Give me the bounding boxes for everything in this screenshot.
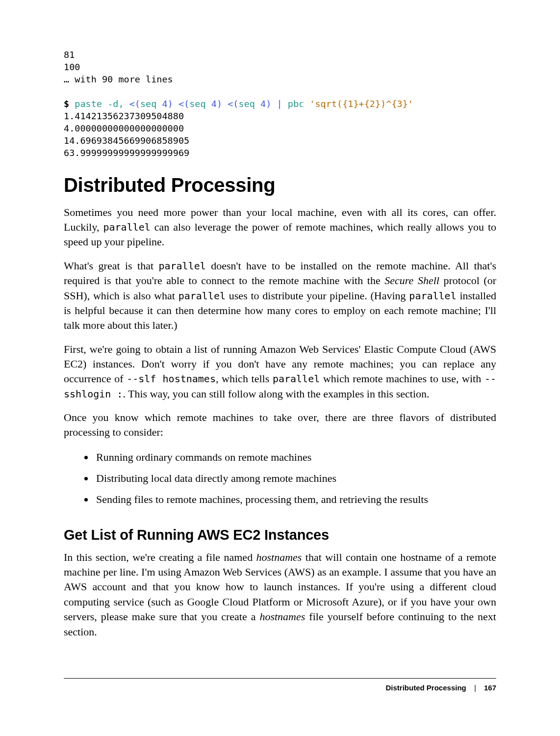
emphasis: hostnames	[259, 610, 305, 623]
cmd-paste: paste	[75, 99, 102, 109]
body-paragraph: In this section, we're creating a file n…	[64, 550, 496, 639]
code-line: … with 90 more lines	[64, 74, 173, 84]
cmd-arg: 4)	[162, 99, 173, 109]
footer-page-number: 167	[484, 683, 496, 692]
inline-code: parallel	[409, 290, 456, 302]
code-output: 4.00000000000000000000	[64, 123, 184, 133]
cmd-arg: 4)	[211, 99, 222, 109]
list-item: Sending files to remote machines, proces…	[94, 491, 496, 507]
code-output: 14.69693845669906858905	[64, 135, 189, 146]
subsection-heading: Get List of Running AWS EC2 Instances	[64, 527, 496, 543]
page-footer: Distributed Processing | 167	[64, 678, 496, 692]
text: . This way, you can still follow along w…	[123, 388, 429, 400]
body-paragraph: Sometimes you need more power than your …	[64, 205, 496, 250]
footer-title: Distributed Processing	[386, 683, 466, 692]
cmd-seq: seq	[189, 99, 205, 109]
cmd-subshell-open: <(	[178, 99, 189, 109]
text: which remote machines to use, with	[320, 372, 484, 385]
text: What's great is that	[64, 260, 158, 272]
code-line: 81	[64, 50, 75, 60]
list-item: Running ordinary commands on remote mach…	[94, 449, 496, 465]
footer-separator: |	[474, 683, 476, 692]
cmd-subshell-open: <(	[228, 99, 238, 109]
cmd-subshell-open: <(	[129, 99, 140, 109]
cmd-string: 'sqrt({1}+{2})^{3}'	[309, 99, 413, 109]
bullet-list: Running ordinary commands on remote mach…	[64, 449, 496, 507]
emphasis: Secure Shell	[384, 274, 439, 287]
shell-prompt: $	[64, 99, 69, 109]
body-paragraph: First, we're going to obtain a list of r…	[64, 342, 496, 401]
cmd-seq: seq	[239, 99, 255, 109]
code-output: 1.41421356237309504880	[64, 111, 184, 121]
code-block-top: 81 100 … with 90 more lines $ paste -d, …	[64, 49, 496, 159]
cmd-arg: 4)	[260, 99, 271, 109]
inline-code: parallel	[103, 221, 150, 233]
inline-code: parallel	[158, 260, 205, 272]
text: uses to distribute your pipeline. (Havin…	[226, 289, 409, 302]
inline-code: parallel	[273, 373, 320, 385]
emphasis: hostnames	[256, 551, 302, 563]
section-heading: Distributed Processing	[64, 174, 496, 196]
text: In this section, we're creating a file n…	[64, 551, 256, 563]
body-paragraph: What's great is that parallel doesn't ha…	[64, 259, 496, 333]
text: , which tells	[216, 372, 273, 385]
inline-code: --slf hostnames	[127, 373, 216, 385]
cmd-pipe: |	[277, 99, 282, 109]
inline-code: parallel	[178, 290, 226, 302]
cmd-opt-d: -d,	[107, 99, 124, 109]
page: 81 100 … with 90 more lines $ paste -d, …	[0, 0, 560, 736]
cmd-pbc: pbc	[288, 99, 304, 109]
code-line: 100	[64, 62, 80, 72]
cmd-seq: seq	[140, 99, 156, 109]
body-paragraph: Once you know which remote machines to t…	[64, 410, 496, 440]
code-output: 63.99999999999999999969	[64, 148, 189, 158]
list-item: Distributing local data directly among r…	[94, 470, 496, 486]
